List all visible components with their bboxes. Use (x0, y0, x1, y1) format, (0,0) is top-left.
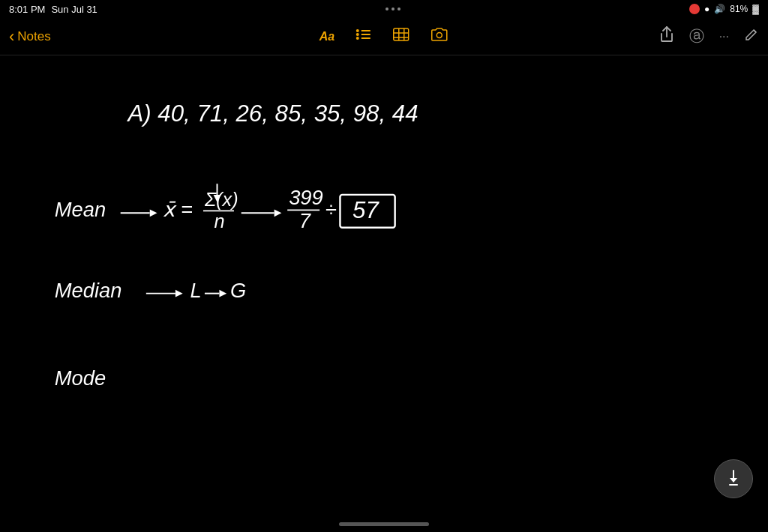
time: 8:01 PM (9, 4, 45, 15)
dot2 (392, 7, 394, 10)
record-indicator (689, 4, 700, 14)
svg-rect-1 (362, 30, 370, 31)
svg-text:x̄ =: x̄ = (163, 198, 193, 221)
svg-marker-32 (219, 290, 226, 297)
list-button[interactable] (356, 28, 372, 45)
back-label[interactable]: Notes (17, 29, 50, 44)
svg-rect-6 (394, 28, 409, 40)
share-button[interactable] (659, 26, 674, 46)
svg-point-4 (356, 37, 359, 40)
dot3 (398, 7, 400, 10)
back-button[interactable]: ‹ Notes (9, 27, 51, 46)
handwriting-canvas: A) 40, 71, 26, 85, 35, 98, 44 Mean x̄ = … (22, 70, 746, 495)
svg-marker-21 (274, 209, 282, 217)
signal-icon: 🔊 (714, 4, 725, 14)
scroll-indicator (339, 522, 429, 526)
note-content: A) 40, 71, 26, 85, 35, 98, 44 Mean x̄ = … (0, 55, 768, 510)
mode-label: Mode (55, 366, 106, 390)
more-button[interactable]: ··· (719, 30, 729, 43)
toolbar: ‹ Notes Aa (0, 18, 768, 55)
format-button[interactable]: Aa (320, 30, 334, 43)
mean-label: Mean (55, 198, 106, 221)
svg-marker-13 (150, 209, 158, 217)
svg-text:57: 57 (352, 197, 380, 223)
svg-text:Σ(x): Σ(x) (204, 189, 238, 210)
toolbar-center: Aa (320, 27, 448, 46)
problem-line: A) 40, 71, 26, 85, 35, 98, 44 (126, 100, 418, 127)
svg-point-11 (437, 33, 442, 38)
median-label: Median (55, 279, 122, 302)
svg-text:÷: ÷ (326, 198, 337, 221)
svg-rect-3 (362, 34, 370, 35)
math-content: A) 40, 71, 26, 85, 35, 98, 44 Mean x̄ = … (22, 70, 746, 495)
scroll-icon (726, 469, 741, 489)
three-dots-menu (386, 7, 400, 10)
camera-button[interactable] (430, 27, 448, 46)
date: Sun Jul 31 (51, 4, 97, 15)
back-arrow-icon: ‹ (9, 27, 14, 46)
svg-text:G: G (230, 279, 246, 302)
svg-text:399: 399 (289, 186, 323, 209)
svg-marker-29 (176, 290, 183, 297)
status-right: ● 🔊 81% ▓ (689, 4, 759, 14)
toolbar-right: ⓐ ··· (659, 26, 759, 46)
lasso-button[interactable]: ⓐ (689, 26, 704, 46)
battery-level: 81% (730, 4, 748, 14)
svg-marker-35 (730, 478, 737, 483)
svg-text:n: n (214, 211, 225, 232)
compose-button[interactable] (744, 27, 759, 46)
battery-icon: ▓ (752, 4, 759, 14)
svg-text:7: 7 (299, 209, 312, 232)
status-left: 8:01 PM Sun Jul 31 (9, 4, 98, 15)
scroll-button[interactable] (714, 459, 753, 498)
table-button[interactable] (393, 28, 410, 45)
svg-point-2 (356, 33, 359, 36)
status-bar: 8:01 PM Sun Jul 31 ● 🔊 81% ▓ (0, 0, 768, 18)
svg-text:L: L (190, 279, 201, 302)
svg-rect-5 (362, 37, 370, 39)
svg-point-0 (356, 29, 359, 32)
wifi-icon: ● (704, 4, 710, 14)
dot1 (386, 7, 388, 10)
